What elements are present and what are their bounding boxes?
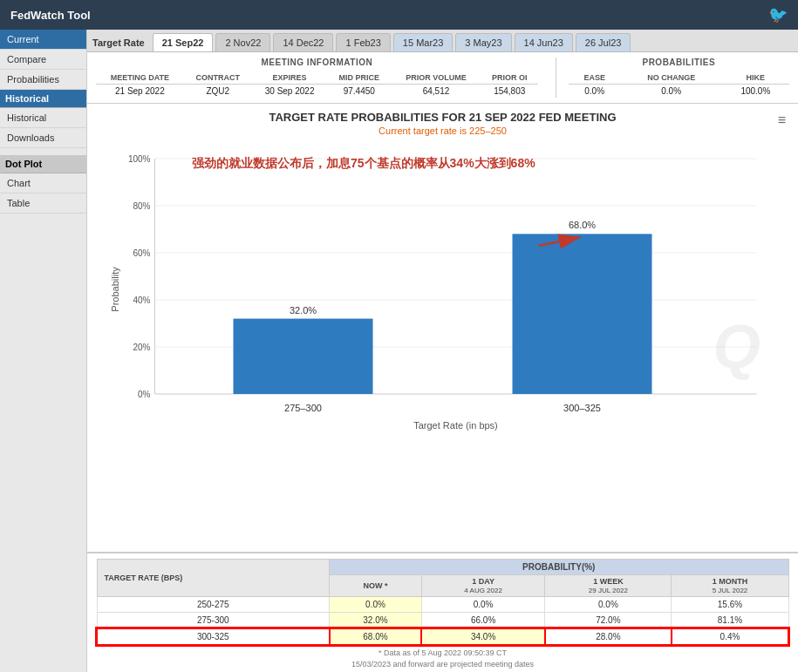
cell-1day-300-325: 34.0%: [421, 628, 544, 645]
table-row-300-325: 300-325 68.0% 34.0% 28.0% 0.4%: [97, 628, 788, 645]
cell-rate-275-300: 275-300: [97, 613, 330, 629]
cell-1week-300-325: 28.0%: [545, 628, 672, 645]
cell-1week-250-275: 0.0%: [545, 597, 672, 613]
meeting-info-section: MEETING INFORMATION MEETING DATE CONTRAC…: [96, 58, 538, 98]
cell-1week-275-300: 72.0%: [545, 613, 672, 629]
app-header: FedWatch Tool 🐦: [0, 0, 798, 30]
sidebar-header-dotplot[interactable]: Dot Plot: [0, 155, 86, 173]
tab-14dec22[interactable]: 14 Dec22: [273, 33, 333, 51]
svg-text:Q: Q: [713, 313, 760, 381]
cell-rate-250-275: 250-275: [97, 597, 330, 613]
cell-1day-250-275: 0.0%: [421, 597, 544, 613]
table-footer: 15/03/2023 and forward are projected mee…: [96, 659, 789, 670]
svg-text:0%: 0%: [138, 390, 151, 399]
tab-14jun23[interactable]: 14 Jun23: [515, 33, 573, 51]
tab-21sep22[interactable]: 21 Sep22: [153, 33, 214, 51]
cell-no-change: 0.0%: [621, 85, 722, 98]
probabilities-section: PROBABILITIES EASE NO CHANGE HIKE 0.0%: [556, 58, 789, 98]
cell-now-275-300: 32.0%: [330, 613, 422, 629]
col-probability-header: PROBABILITY(%): [330, 560, 788, 575]
bar-275-300: [234, 319, 373, 394]
svg-text:Target Rate (in bps): Target Rate (in bps): [413, 420, 498, 431]
tab-2nov22[interactable]: 2 Nov22: [215, 33, 270, 51]
col-ease: EASE: [569, 71, 621, 85]
sidebar-item-downloads[interactable]: Downloads: [0, 128, 86, 148]
main-content: Target Rate 21 Sep22 2 Nov22 14 Dec22 1 …: [87, 30, 798, 672]
col-no-change: NO CHANGE: [621, 71, 722, 85]
cell-1month-300-325: 0.4%: [672, 628, 788, 645]
svg-text:68.0%: 68.0%: [569, 220, 596, 230]
cell-expires: 30 Sep 2022: [252, 85, 327, 98]
col-1week: 1 WEEK29 JUL 2022: [545, 575, 672, 597]
cell-now-250-275: 0.0%: [330, 597, 422, 613]
bar-300-325: [513, 234, 652, 394]
chart-container: TARGET RATE PROBABILITIES FOR 21 SEP 202…: [87, 104, 798, 552]
col-mid-price: MID PRICE: [327, 71, 391, 85]
meeting-info-title: MEETING INFORMATION: [96, 58, 538, 67]
cell-rate-300-325: 300-325: [97, 628, 330, 645]
svg-text:300–325: 300–325: [563, 403, 601, 413]
cell-meeting-date: 21 Sep 2022: [96, 85, 184, 98]
svg-text:60%: 60%: [133, 248, 150, 258]
col-prior-volume: PRIOR VOLUME: [391, 71, 481, 85]
cell-prior-volume: 64,512: [391, 85, 481, 98]
data-table: TARGET RATE (BPS) PROBABILITY(%) NOW * 1…: [96, 559, 789, 646]
cell-mid-price: 97.4450: [327, 85, 391, 98]
sidebar-header-historical[interactable]: Historical: [0, 90, 86, 108]
col-target-rate-header: TARGET RATE (BPS): [97, 560, 330, 597]
cell-1month-250-275: 15.6%: [672, 597, 788, 613]
data-table-section: TARGET RATE (BPS) PROBABILITY(%) NOW * 1…: [87, 552, 798, 672]
col-meeting-date: MEETING DATE: [96, 71, 184, 85]
sidebar-item-compare[interactable]: Compare: [0, 50, 86, 70]
cell-now-300-325: 68.0%: [330, 628, 422, 645]
svg-text:Probability: Probability: [110, 267, 120, 312]
probabilities-table: EASE NO CHANGE HIKE 0.0% 0.0% 100.0%: [569, 71, 789, 98]
cell-contract: ZQU2: [184, 85, 252, 98]
sidebar: Current Compare Probabilities Historical…: [0, 30, 87, 672]
sidebar-item-current[interactable]: Current: [0, 30, 86, 50]
app-container: FedWatch Tool 🐦 Current Compare Probabil…: [0, 0, 798, 672]
col-hike: HIKE: [722, 71, 789, 85]
sidebar-item-probabilities[interactable]: Probabilities: [0, 70, 86, 90]
chart-svg-wrapper: Probability 0% 20%: [98, 141, 788, 548]
tab-26jul23[interactable]: 26 Jul23: [576, 33, 631, 51]
svg-text:40%: 40%: [133, 295, 150, 305]
cell-hike: 100.0%: [722, 85, 789, 98]
sidebar-item-chart[interactable]: Chart: [0, 173, 86, 193]
main-layout: Current Compare Probabilities Historical…: [0, 30, 798, 672]
cell-prior-oi: 154,803: [481, 85, 538, 98]
cell-ease: 0.0%: [569, 85, 621, 98]
col-now: NOW *: [330, 575, 422, 597]
info-panel: MEETING INFORMATION MEETING DATE CONTRAC…: [87, 52, 798, 104]
svg-text:32.0%: 32.0%: [290, 305, 317, 316]
svg-text:80%: 80%: [133, 201, 150, 211]
table-row-250-275: 250-275 0.0% 0.0% 0.0% 15.6%: [97, 597, 788, 613]
tabs-bar: Target Rate 21 Sep22 2 Nov22 14 Dec22 1 …: [87, 30, 798, 52]
chart-title: TARGET RATE PROBABILITIES FOR 21 SEP 202…: [98, 111, 788, 124]
svg-text:20%: 20%: [133, 343, 150, 352]
col-1month: 1 MONTH5 JUL 2022: [672, 575, 788, 597]
tab-15mar23[interactable]: 15 Mar23: [393, 33, 453, 51]
table-footnote: * Data as of 5 Aug 2022 09:50:39 CT: [96, 646, 789, 659]
chart-menu-icon[interactable]: ≡: [778, 112, 786, 128]
table-row-275-300: 275-300 32.0% 66.0% 72.0% 81.1%: [97, 613, 788, 629]
meeting-info-table: MEETING DATE CONTRACT EXPIRES MID PRICE …: [96, 71, 538, 98]
cell-1day-275-300: 66.0%: [421, 613, 544, 629]
twitter-icon[interactable]: 🐦: [768, 5, 788, 24]
sidebar-item-historical[interactable]: Historical: [0, 108, 86, 128]
col-1day: 1 DAY4 AUG 2022: [421, 575, 544, 597]
svg-text:275–300: 275–300: [284, 403, 322, 413]
tab-bar-label: Target Rate: [92, 37, 145, 48]
tab-3may23[interactable]: 3 May23: [455, 33, 511, 51]
col-expires: EXPIRES: [252, 71, 327, 85]
col-prior-oi: PRIOR OI: [481, 71, 538, 85]
chart-svg: Probability 0% 20%: [98, 141, 788, 438]
chart-subtitle: Current target rate is 225–250: [98, 126, 788, 136]
app-title: FedWatch Tool: [10, 9, 91, 22]
cell-1month-275-300: 81.1%: [672, 613, 788, 629]
sidebar-item-table[interactable]: Table: [0, 193, 86, 214]
tab-1feb23[interactable]: 1 Feb23: [336, 33, 390, 51]
svg-text:100%: 100%: [128, 154, 151, 164]
probabilities-title: PROBABILITIES: [569, 58, 789, 67]
col-contract: CONTRACT: [184, 71, 252, 85]
